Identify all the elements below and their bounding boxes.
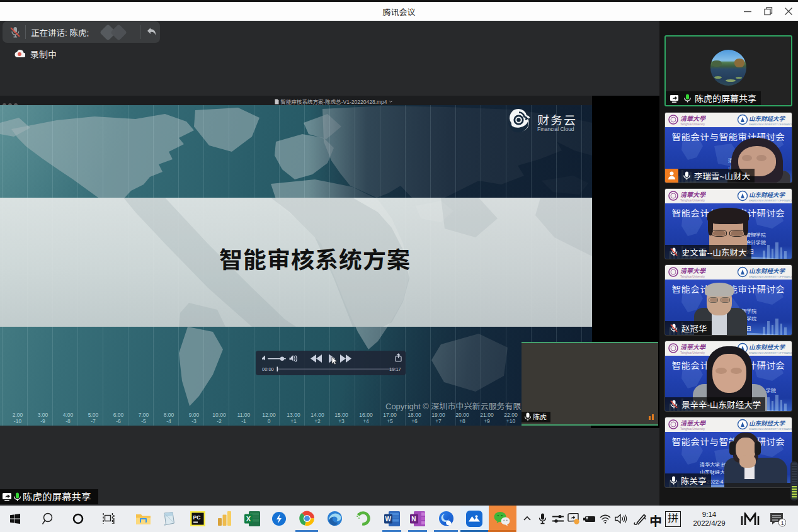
svg-text:山东财经大学: 山东财经大学: [749, 420, 786, 427]
svg-text:SHANDONG UNIVERSITY OF FINANCE: SHANDONG UNIVERSITY OF FINANCE: [749, 200, 792, 202]
svg-text:N: N: [411, 516, 416, 523]
svg-text:Tsinghua University: Tsinghua University: [680, 123, 705, 126]
svg-text:Tsinghua University: Tsinghua University: [680, 275, 705, 278]
svg-text:19:17: 19:17: [389, 366, 401, 372]
svg-text:清華大學: 清華大學: [680, 420, 706, 427]
svg-text:学院: 学院: [766, 388, 776, 393]
svg-text:山东财经大学: 山东财经大学: [749, 191, 786, 198]
svg-text:山东财经大学: 山东财经大学: [749, 268, 786, 274]
svg-text:PC: PC: [193, 514, 201, 521]
svg-text:清華大學: 清華大學: [680, 268, 706, 274]
svg-text:清華大學: 清華大學: [680, 115, 706, 122]
svg-text:Tsinghua University: Tsinghua University: [680, 427, 705, 431]
svg-text:00:00: 00:00: [262, 366, 274, 372]
svg-text:山东财经大学: 山东财经大学: [749, 115, 786, 122]
svg-text:清華大學: 清華大學: [680, 191, 706, 198]
svg-text:SHANDONG UNIVERSITY OF FINANCE: SHANDONG UNIVERSITY OF FINANCE: [749, 428, 792, 431]
svg-text:W: W: [385, 516, 392, 523]
svg-text:SHANDONG UNIVERSITY OF FINANCE: SHANDONG UNIVERSITY OF FINANCE: [749, 123, 792, 126]
svg-text:1: 1: [781, 520, 784, 526]
svg-text:X: X: [246, 515, 251, 523]
svg-text:Tsinghua University: Tsinghua University: [680, 199, 705, 202]
svg-text:SHANDONG UNIVERSITY OF FINANCE: SHANDONG UNIVERSITY OF FINANCE: [749, 276, 792, 278]
